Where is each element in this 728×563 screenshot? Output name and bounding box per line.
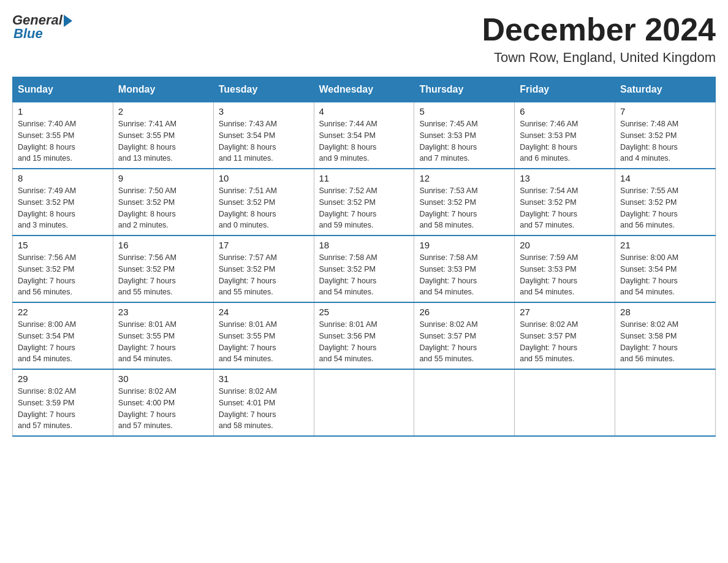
day-number: 29 [18,373,108,384]
day-number: 19 [419,240,509,250]
day-number: 26 [419,307,509,317]
day-info: Sunrise: 7:52 AM Sunset: 3:52 PM Dayligh… [319,185,409,231]
day-number: 28 [620,307,710,317]
calendar-day-cell: 1Sunrise: 7:40 AM Sunset: 3:55 PM Daylig… [13,102,113,169]
day-info: Sunrise: 7:43 AM Sunset: 3:54 PM Dayligh… [219,118,309,164]
day-info: Sunrise: 7:53 AM Sunset: 3:52 PM Dayligh… [419,185,509,231]
calendar-day-cell: 12Sunrise: 7:53 AM Sunset: 3:52 PM Dayli… [414,169,515,236]
calendar-day-cell: 27Sunrise: 8:02 AM Sunset: 3:57 PM Dayli… [515,302,615,369]
calendar-day-cell: 13Sunrise: 7:54 AM Sunset: 3:52 PM Dayli… [515,169,615,236]
day-info: Sunrise: 7:48 AM Sunset: 3:52 PM Dayligh… [620,118,710,164]
day-info: Sunrise: 7:50 AM Sunset: 3:52 PM Dayligh… [118,185,208,231]
day-number: 17 [219,240,309,250]
calendar-empty-cell [414,369,515,436]
day-number: 2 [118,106,208,117]
day-info: Sunrise: 8:02 AM Sunset: 3:57 PM Dayligh… [520,319,610,365]
day-number: 13 [520,173,610,183]
calendar-day-cell: 18Sunrise: 7:58 AM Sunset: 3:52 PM Dayli… [314,236,414,302]
day-number: 23 [118,307,208,317]
day-number: 3 [219,106,309,117]
calendar-day-cell: 29Sunrise: 8:02 AM Sunset: 3:59 PM Dayli… [13,369,113,436]
calendar-week-row: 1Sunrise: 7:40 AM Sunset: 3:55 PM Daylig… [13,102,716,169]
calendar-day-cell: 20Sunrise: 7:59 AM Sunset: 3:53 PM Dayli… [515,236,615,302]
calendar-header-wednesday: Wednesday [314,77,414,102]
calendar-day-cell: 23Sunrise: 8:01 AM Sunset: 3:55 PM Dayli… [113,302,213,369]
calendar-day-cell: 7Sunrise: 7:48 AM Sunset: 3:52 PM Daylig… [615,102,716,169]
day-number: 12 [419,173,509,183]
day-info: Sunrise: 8:02 AM Sunset: 3:57 PM Dayligh… [419,319,509,365]
day-number: 11 [319,173,409,183]
day-info: Sunrise: 7:51 AM Sunset: 3:52 PM Dayligh… [219,185,309,231]
calendar-header-tuesday: Tuesday [213,77,314,102]
calendar-day-cell: 24Sunrise: 8:01 AM Sunset: 3:55 PM Dayli… [213,302,314,369]
month-title: December 2024 [482,12,716,47]
day-number: 15 [18,240,108,250]
day-info: Sunrise: 7:41 AM Sunset: 3:55 PM Dayligh… [118,118,208,164]
day-info: Sunrise: 7:58 AM Sunset: 3:53 PM Dayligh… [419,252,509,298]
calendar-day-cell: 16Sunrise: 7:56 AM Sunset: 3:52 PM Dayli… [113,236,213,302]
calendar-empty-cell [314,369,414,436]
day-info: Sunrise: 8:00 AM Sunset: 3:54 PM Dayligh… [18,319,108,365]
calendar-day-cell: 14Sunrise: 7:55 AM Sunset: 3:52 PM Dayli… [615,169,716,236]
calendar-day-cell: 26Sunrise: 8:02 AM Sunset: 3:57 PM Dayli… [414,302,515,369]
calendar-header-row: SundayMondayTuesdayWednesdayThursdayFrid… [13,77,716,102]
day-info: Sunrise: 8:01 AM Sunset: 3:55 PM Dayligh… [219,319,309,365]
day-info: Sunrise: 8:02 AM Sunset: 3:59 PM Dayligh… [18,386,108,432]
day-number: 18 [319,240,409,250]
calendar-header-friday: Friday [515,77,615,102]
day-number: 16 [118,240,208,250]
calendar-day-cell: 2Sunrise: 7:41 AM Sunset: 3:55 PM Daylig… [113,102,213,169]
logo-blue-text: Blue [13,26,43,42]
calendar-day-cell: 25Sunrise: 8:01 AM Sunset: 3:56 PM Dayli… [314,302,414,369]
day-info: Sunrise: 7:55 AM Sunset: 3:52 PM Dayligh… [620,185,710,231]
day-info: Sunrise: 7:56 AM Sunset: 3:52 PM Dayligh… [18,252,108,298]
calendar-empty-cell [515,369,615,436]
calendar-day-cell: 10Sunrise: 7:51 AM Sunset: 3:52 PM Dayli… [213,169,314,236]
day-number: 24 [219,307,309,317]
day-info: Sunrise: 8:01 AM Sunset: 3:55 PM Dayligh… [118,319,208,365]
calendar-day-cell: 11Sunrise: 7:52 AM Sunset: 3:52 PM Dayli… [314,169,414,236]
day-info: Sunrise: 7:54 AM Sunset: 3:52 PM Dayligh… [520,185,610,231]
calendar-header-thursday: Thursday [414,77,515,102]
day-info: Sunrise: 8:02 AM Sunset: 3:58 PM Dayligh… [620,319,710,365]
day-info: Sunrise: 7:58 AM Sunset: 3:52 PM Dayligh… [319,252,409,298]
calendar-day-cell: 28Sunrise: 8:02 AM Sunset: 3:58 PM Dayli… [615,302,716,369]
day-info: Sunrise: 7:44 AM Sunset: 3:54 PM Dayligh… [319,118,409,164]
day-number: 14 [620,173,710,183]
calendar-table: SundayMondayTuesdayWednesdayThursdayFrid… [12,77,716,437]
calendar-day-cell: 9Sunrise: 7:50 AM Sunset: 3:52 PM Daylig… [113,169,213,236]
calendar-day-cell: 15Sunrise: 7:56 AM Sunset: 3:52 PM Dayli… [13,236,113,302]
day-number: 4 [319,106,409,117]
calendar-header-monday: Monday [113,77,213,102]
calendar-day-cell: 4Sunrise: 7:44 AM Sunset: 3:54 PM Daylig… [314,102,414,169]
calendar-day-cell: 30Sunrise: 8:02 AM Sunset: 4:00 PM Dayli… [113,369,213,436]
day-info: Sunrise: 8:02 AM Sunset: 4:00 PM Dayligh… [118,386,208,432]
page-header: General Blue December 2024 Town Row, Eng… [12,12,716,66]
calendar-week-row: 29Sunrise: 8:02 AM Sunset: 3:59 PM Dayli… [13,369,716,436]
day-number: 22 [18,307,108,317]
calendar-day-cell: 21Sunrise: 8:00 AM Sunset: 3:54 PM Dayli… [615,236,716,302]
calendar-empty-cell [615,369,716,436]
day-info: Sunrise: 8:00 AM Sunset: 3:54 PM Dayligh… [620,252,710,298]
day-number: 5 [419,106,509,117]
day-number: 7 [620,106,710,117]
calendar-header-saturday: Saturday [615,77,716,102]
day-info: Sunrise: 7:56 AM Sunset: 3:52 PM Dayligh… [118,252,208,298]
day-number: 1 [18,106,108,117]
calendar-day-cell: 17Sunrise: 7:57 AM Sunset: 3:52 PM Dayli… [213,236,314,302]
day-number: 10 [219,173,309,183]
calendar-day-cell: 31Sunrise: 8:02 AM Sunset: 4:01 PM Dayli… [213,369,314,436]
calendar-day-cell: 3Sunrise: 7:43 AM Sunset: 3:54 PM Daylig… [213,102,314,169]
calendar-header-sunday: Sunday [13,77,113,102]
day-info: Sunrise: 8:01 AM Sunset: 3:56 PM Dayligh… [319,319,409,365]
calendar-week-row: 8Sunrise: 7:49 AM Sunset: 3:52 PM Daylig… [13,169,716,236]
day-info: Sunrise: 7:40 AM Sunset: 3:55 PM Dayligh… [18,118,108,164]
day-number: 20 [520,240,610,250]
day-number: 31 [219,373,309,384]
day-info: Sunrise: 7:46 AM Sunset: 3:53 PM Dayligh… [520,118,610,164]
calendar-week-row: 22Sunrise: 8:00 AM Sunset: 3:54 PM Dayli… [13,302,716,369]
day-info: Sunrise: 7:45 AM Sunset: 3:53 PM Dayligh… [419,118,509,164]
logo-arrow-icon [64,15,72,27]
calendar-day-cell: 6Sunrise: 7:46 AM Sunset: 3:53 PM Daylig… [515,102,615,169]
day-number: 9 [118,173,208,183]
